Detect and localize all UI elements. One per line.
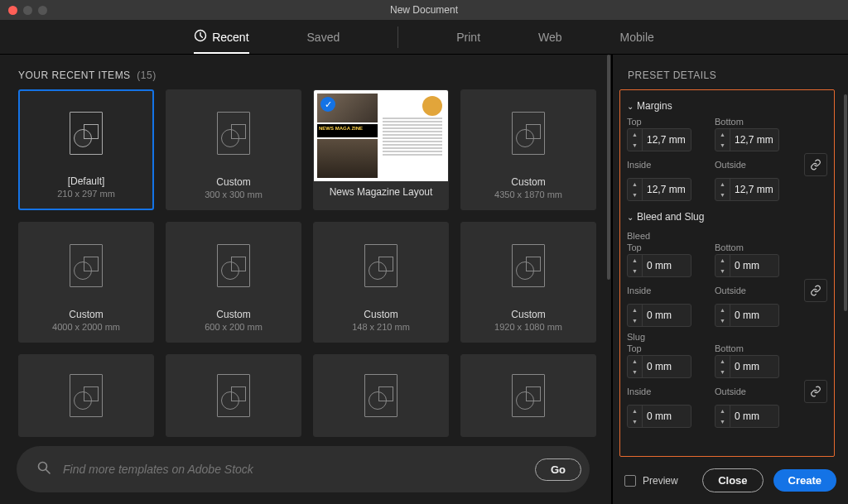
search-icon: [36, 460, 51, 478]
preset-card[interactable]: [460, 354, 596, 437]
clock-icon: [194, 29, 207, 45]
left-scrollbar[interactable]: [606, 55, 611, 504]
bleed-label: Bleed: [627, 228, 827, 241]
unlink-slug-icon[interactable]: [804, 380, 827, 403]
step-down-icon[interactable]: ▼: [716, 315, 730, 326]
link-margins-icon[interactable]: [804, 153, 827, 176]
preview-checkbox[interactable]: Preview: [624, 475, 692, 487]
preset-card[interactable]: [313, 354, 449, 437]
checkbox-icon: [624, 475, 636, 487]
stock-search[interactable]: Go: [17, 446, 590, 492]
go-button[interactable]: Go: [535, 458, 581, 481]
recent-heading: YOUR RECENT ITEMS (15): [0, 63, 606, 89]
bleed-outside-input[interactable]: ▲▼0 mm: [715, 304, 779, 327]
preset-card-default[interactable]: [Default] 210 x 297 mm: [18, 89, 154, 210]
preset-card[interactable]: Custom 148 x 210 mm: [313, 222, 449, 343]
link-bleed-icon[interactable]: [804, 279, 827, 302]
preset-card[interactable]: [18, 354, 154, 437]
chevron-down-icon: ⌄: [627, 102, 634, 111]
step-up-icon[interactable]: ▲: [628, 406, 642, 416]
step-down-icon[interactable]: ▼: [628, 140, 642, 151]
margin-bottom-input[interactable]: ▲▼12,7 mm: [715, 128, 779, 151]
tab-label: Recent: [212, 31, 248, 44]
slug-bottom-input[interactable]: ▲▼0 mm: [715, 355, 779, 378]
preset-card[interactable]: [166, 354, 301, 437]
slug-top-input[interactable]: ▲▼0 mm: [627, 355, 691, 378]
preset-card[interactable]: Custom 4350 x 1870 mm: [460, 89, 596, 210]
step-up-icon[interactable]: ▲: [628, 356, 642, 367]
window-max-dot[interactable]: [38, 6, 47, 15]
highlighted-region: ⌄ Margins Top Bottom ▲▼12,7 mm ▲▼12,7 mm…: [619, 89, 835, 457]
step-up-icon[interactable]: ▲: [716, 179, 730, 190]
document-icon: [70, 374, 103, 417]
document-icon: [364, 374, 398, 417]
step-up-icon[interactable]: ▲: [716, 356, 730, 367]
bleed-bottom-input[interactable]: ▲▼0 mm: [715, 254, 779, 277]
window-title: New Document: [0, 4, 848, 16]
step-down-icon[interactable]: ▼: [716, 416, 730, 427]
preset-card[interactable]: Custom 300 x 300 mm: [166, 89, 301, 210]
document-icon: [512, 112, 545, 155]
margin-top-input[interactable]: ▲▼12,7 mm: [627, 128, 691, 151]
step-up-icon[interactable]: ▲: [628, 129, 642, 140]
cloud-check-icon: ✓: [320, 97, 335, 112]
step-down-icon[interactable]: ▼: [628, 190, 642, 200]
step-up-icon[interactable]: ▲: [628, 255, 642, 266]
step-up-icon[interactable]: ▲: [628, 305, 642, 315]
create-button[interactable]: Create: [773, 469, 836, 492]
window-min-dot[interactable]: [23, 6, 32, 15]
slug-outside-input[interactable]: ▲▼0 mm: [715, 405, 779, 428]
preset-card-template[interactable]: ✓ NEWS MAGA ZINE: [313, 89, 449, 210]
right-scrollbar[interactable]: [843, 86, 848, 462]
document-icon: [217, 112, 250, 155]
step-down-icon[interactable]: ▼: [716, 266, 730, 276]
tab-recent[interactable]: Recent: [194, 20, 248, 54]
slug-inside-input[interactable]: ▲▼0 mm: [627, 405, 691, 428]
step-down-icon[interactable]: ▼: [716, 367, 730, 377]
step-down-icon[interactable]: ▼: [716, 190, 730, 200]
preset-card[interactable]: Custom 600 x 200 mm: [166, 222, 301, 343]
step-up-icon[interactable]: ▲: [716, 129, 730, 140]
chevron-down-icon: ⌄: [627, 213, 634, 222]
preset-card[interactable]: Custom 1920 x 1080 mm: [460, 222, 596, 343]
step-down-icon[interactable]: ▼: [716, 140, 730, 151]
tab-web[interactable]: Web: [538, 22, 562, 53]
section-bleed-slug[interactable]: ⌄ Bleed and Slug: [625, 208, 829, 228]
bleed-top-input[interactable]: ▲▼0 mm: [627, 254, 691, 277]
margin-outside-input[interactable]: ▲▼12,7 mm: [715, 178, 779, 201]
document-icon: [217, 244, 250, 287]
titlebar: New Document: [0, 0, 848, 20]
tab-print[interactable]: Print: [456, 22, 480, 53]
step-down-icon[interactable]: ▼: [628, 266, 642, 276]
tab-divider: [398, 26, 398, 48]
tab-mobile[interactable]: Mobile: [620, 22, 654, 53]
category-tabs: Recent Saved Print Web Mobile: [0, 20, 848, 55]
tab-saved[interactable]: Saved: [307, 22, 340, 53]
close-button[interactable]: Close: [702, 468, 763, 492]
margin-inside-input[interactable]: ▲▼12,7 mm: [627, 178, 691, 201]
section-margins[interactable]: ⌄ Margins: [625, 97, 829, 117]
bleed-inside-input[interactable]: ▲▼0 mm: [627, 304, 691, 327]
step-down-icon[interactable]: ▼: [628, 416, 642, 427]
document-icon: [70, 244, 103, 287]
step-up-icon[interactable]: ▲: [716, 305, 730, 315]
preset-grid: [Default] 210 x 297 mm Custom 300 x 300 …: [12, 89, 595, 437]
stock-search-input[interactable]: [63, 463, 523, 476]
document-icon: [364, 244, 398, 287]
document-icon: [512, 374, 545, 417]
document-icon: [512, 244, 545, 287]
window-close-dot[interactable]: [8, 6, 17, 15]
step-up-icon[interactable]: ▲: [716, 406, 730, 416]
slug-label: Slug: [627, 329, 827, 342]
step-up-icon[interactable]: ▲: [716, 255, 730, 266]
step-up-icon[interactable]: ▲: [628, 179, 642, 190]
step-down-icon[interactable]: ▼: [628, 367, 642, 377]
document-icon: [217, 374, 250, 417]
preset-card[interactable]: Custom 4000 x 2000 mm: [18, 222, 154, 343]
document-icon: [70, 112, 103, 155]
step-down-icon[interactable]: ▼: [628, 315, 642, 326]
preset-details-heading: PRESET DETAILS: [613, 55, 848, 86]
